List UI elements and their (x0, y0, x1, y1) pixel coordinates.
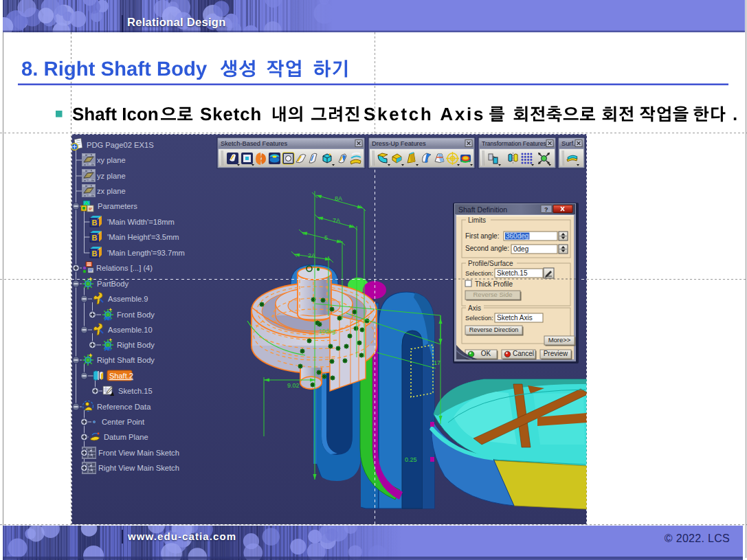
svg-text:zx plane: zx plane (97, 187, 126, 195)
svg-text:6: 6 (109, 346, 112, 352)
svg-text:10deg: 10deg (319, 328, 335, 335)
svg-text:yz plane: yz plane (97, 172, 126, 180)
svg-text:6: 6 (109, 315, 112, 322)
svg-text:Second angle:: Second angle: (465, 245, 509, 252)
svg-text:17: 17 (434, 359, 441, 366)
svg-text:Assemble.10: Assemble.10 (108, 326, 153, 334)
svg-text:5: 5 (324, 234, 328, 241)
svg-text:Sketch.15: Sketch.15 (118, 387, 153, 395)
svg-text:2A: 2A (308, 252, 315, 259)
svg-text:Shaft Definition: Shaft Definition (458, 205, 507, 214)
svg-text:Sketch-Based Features: Sketch-Based Features (221, 140, 288, 147)
svg-text:Shaft.2: Shaft.2 (109, 372, 133, 380)
svg-text:Selection:: Selection: (465, 270, 493, 277)
svg-text:Right Body: Right Body (117, 341, 155, 349)
svg-text:B: B (92, 219, 98, 227)
svg-text:PartBody: PartBody (97, 280, 129, 288)
svg-text:Cancel: Cancel (513, 350, 534, 357)
svg-text:'Main Length'=93.7mm: 'Main Length'=93.7mm (107, 249, 185, 257)
svg-text:0.25: 0.25 (405, 456, 417, 463)
svg-text:Datum Plane: Datum Plane (104, 433, 148, 441)
svg-text:More>>: More>> (548, 336, 571, 344)
svg-text:PDG Page02 EX1S: PDG Page02 EX1S (87, 141, 154, 149)
svg-text:Preview: Preview (544, 350, 568, 357)
svg-text:Assemble.9: Assemble.9 (108, 295, 148, 303)
svg-text:'Main Width'=18mm: 'Main Width'=18mm (107, 218, 175, 226)
svg-text:Parameters: Parameters (98, 202, 137, 210)
svg-text:Dress-Up Features: Dress-Up Features (372, 140, 426, 147)
svg-text:Front Body: Front Body (117, 311, 155, 319)
svg-text:Axis: Axis (468, 304, 481, 312)
svg-text:Front View Main Sketch: Front View Main Sketch (98, 449, 179, 457)
svg-text:Thick Profile: Thick Profile (475, 280, 513, 288)
svg-text:360deg: 360deg (506, 232, 528, 240)
svg-text:Right Shaft Body: Right Shaft Body (97, 356, 155, 364)
svg-text:Profile/Surface: Profile/Surface (468, 260, 513, 267)
svg-text:Selection:: Selection: (465, 315, 493, 322)
svg-text:?: ? (544, 206, 548, 213)
svg-text:Relations [...] (4): Relations [...] (4) (96, 264, 153, 272)
svg-text:B: B (92, 249, 98, 258)
svg-text:First angle:: First angle: (465, 232, 499, 240)
svg-text:Sketch Axis: Sketch Axis (497, 314, 533, 322)
svg-text:OK: OK (481, 350, 491, 357)
svg-text:0deg: 0deg (513, 245, 528, 253)
svg-text:Surf..: Surf.. (561, 140, 577, 147)
svg-text:7A: 7A (333, 217, 340, 224)
svg-text:Reverse Direction: Reverse Direction (469, 326, 519, 333)
svg-text:'Main Height'=3.5mm: 'Main Height'=3.5mm (107, 233, 179, 241)
svg-text:Reverse Side: Reverse Side (473, 291, 512, 298)
svg-text:Right View Main Sketch: Right View Main Sketch (98, 464, 179, 472)
svg-text:B: B (92, 234, 98, 242)
svg-text:8A: 8A (335, 195, 342, 202)
svg-text:9.02: 9.02 (287, 382, 300, 389)
svg-text:Sketch.15: Sketch.15 (497, 269, 528, 277)
svg-text:Center Point: Center Point (102, 418, 145, 426)
svg-text:xy plane: xy plane (97, 156, 126, 164)
svg-text:Transformation Features: Transformation Features (482, 140, 546, 147)
svg-text:Reference Data: Reference Data (97, 403, 151, 411)
svg-text:Limits: Limits (468, 216, 486, 224)
